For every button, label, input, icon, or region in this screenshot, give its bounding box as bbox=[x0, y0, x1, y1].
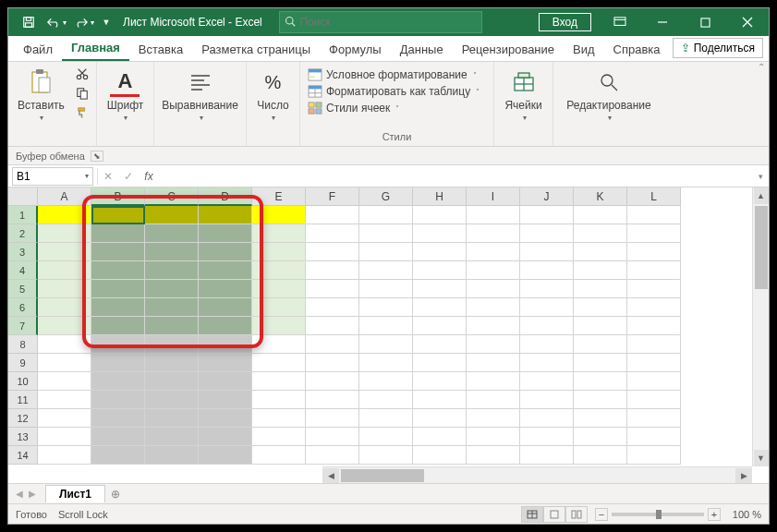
cell-I10[interactable] bbox=[467, 372, 520, 391]
zoom-slider[interactable] bbox=[612, 513, 704, 516]
column-header-G[interactable]: G bbox=[359, 187, 413, 206]
cell-G4[interactable] bbox=[359, 261, 413, 280]
cell-G6[interactable] bbox=[359, 298, 413, 317]
cell-D1[interactable] bbox=[199, 206, 252, 224]
number-group-button[interactable]: % Число ▾ bbox=[253, 66, 293, 124]
cell-E14[interactable] bbox=[252, 446, 306, 465]
cell-F13[interactable] bbox=[306, 428, 359, 446]
cell-E2[interactable] bbox=[252, 224, 306, 243]
conditional-formatting-button[interactable]: Условное форматирование˅ bbox=[306, 67, 481, 82]
cell-C9[interactable] bbox=[145, 354, 199, 372]
cell-C6[interactable] bbox=[145, 298, 199, 317]
tab-home[interactable]: Главная bbox=[62, 36, 129, 61]
cell-F5[interactable] bbox=[306, 280, 359, 298]
cell-A1[interactable] bbox=[38, 206, 91, 224]
cell-A9[interactable] bbox=[38, 354, 91, 372]
scroll-up-button[interactable]: ▲ bbox=[754, 187, 769, 204]
cell-K5[interactable] bbox=[574, 280, 627, 298]
cell-A6[interactable] bbox=[38, 298, 91, 317]
cell-H12[interactable] bbox=[413, 409, 467, 428]
cell-L13[interactable] bbox=[627, 428, 681, 446]
cell-D8[interactable] bbox=[199, 335, 252, 354]
cell-J9[interactable] bbox=[520, 354, 574, 372]
row-header-11[interactable]: 11 bbox=[8, 391, 38, 409]
cell-H13[interactable] bbox=[413, 428, 467, 446]
cell-D2[interactable] bbox=[199, 224, 252, 243]
cell-J8[interactable] bbox=[520, 335, 574, 354]
cell-L3[interactable] bbox=[627, 243, 681, 261]
row-header-13[interactable]: 13 bbox=[8, 428, 38, 446]
cell-J1[interactable] bbox=[520, 206, 574, 224]
cell-D13[interactable] bbox=[199, 428, 252, 446]
cell-E5[interactable] bbox=[252, 280, 306, 298]
cell-E3[interactable] bbox=[252, 243, 306, 261]
font-group-button[interactable]: A Шрифт ▾ bbox=[103, 66, 147, 124]
cell-G2[interactable] bbox=[359, 224, 413, 243]
column-header-L[interactable]: L bbox=[627, 187, 681, 206]
zoom-out-button[interactable]: − bbox=[595, 508, 608, 521]
cell-A11[interactable] bbox=[38, 391, 91, 409]
format-as-table-button[interactable]: Форматировать как таблицу˅ bbox=[306, 84, 481, 99]
cell-B14[interactable] bbox=[91, 446, 145, 465]
cell-E6[interactable] bbox=[252, 298, 306, 317]
row-header-12[interactable]: 12 bbox=[8, 409, 38, 428]
login-button[interactable]: Вход bbox=[539, 13, 591, 31]
cell-D11[interactable] bbox=[199, 391, 252, 409]
save-icon[interactable] bbox=[16, 10, 42, 34]
enter-formula-button[interactable]: ✓ bbox=[118, 170, 139, 183]
cell-B4[interactable] bbox=[91, 261, 145, 280]
cell-D14[interactable] bbox=[199, 446, 252, 465]
cell-F10[interactable] bbox=[306, 372, 359, 391]
sheet-nav-next[interactable]: ▶ bbox=[29, 489, 36, 499]
format-painter-button[interactable] bbox=[74, 104, 91, 121]
qat-customize-button[interactable]: ▼ bbox=[99, 10, 114, 34]
editing-group-button[interactable]: Редактирование ▾ bbox=[563, 66, 654, 124]
vertical-scrollbar[interactable]: ▲ ▼ bbox=[752, 187, 769, 466]
sheet-tab-1[interactable]: Лист1 bbox=[45, 485, 105, 502]
tab-help[interactable]: Справка bbox=[604, 38, 670, 61]
maximize-button[interactable] bbox=[684, 8, 726, 36]
cell-H6[interactable] bbox=[413, 298, 467, 317]
cell-F9[interactable] bbox=[306, 354, 359, 372]
tab-data[interactable]: Данные bbox=[391, 38, 453, 61]
cell-J5[interactable] bbox=[520, 280, 574, 298]
row-header-4[interactable]: 4 bbox=[8, 261, 38, 280]
cell-H2[interactable] bbox=[413, 224, 467, 243]
cell-B13[interactable] bbox=[91, 428, 145, 446]
cell-E7[interactable] bbox=[252, 317, 306, 335]
cell-E13[interactable] bbox=[252, 428, 306, 446]
cell-E1[interactable] bbox=[252, 206, 306, 224]
cell-D9[interactable] bbox=[199, 354, 252, 372]
row-header-5[interactable]: 5 bbox=[8, 280, 38, 298]
cell-A3[interactable] bbox=[38, 243, 91, 261]
cell-J12[interactable] bbox=[520, 409, 574, 428]
scroll-down-button[interactable]: ▼ bbox=[754, 450, 769, 466]
expand-formula-bar-button[interactable]: ▾ bbox=[752, 172, 769, 181]
row-header-2[interactable]: 2 bbox=[8, 224, 38, 243]
cell-A5[interactable] bbox=[38, 280, 91, 298]
tab-insert[interactable]: Вставка bbox=[129, 38, 192, 61]
cell-C14[interactable] bbox=[145, 446, 199, 465]
cell-A13[interactable] bbox=[38, 428, 91, 446]
cell-L14[interactable] bbox=[627, 446, 681, 465]
cell-C12[interactable] bbox=[145, 409, 199, 428]
cell-B7[interactable] bbox=[91, 317, 145, 335]
cell-L1[interactable] bbox=[627, 206, 681, 224]
cell-styles-button[interactable]: Стили ячеек˅ bbox=[306, 101, 481, 115]
cell-L8[interactable] bbox=[627, 335, 681, 354]
vscroll-thumb[interactable] bbox=[755, 206, 768, 289]
cell-I5[interactable] bbox=[467, 280, 520, 298]
tab-file[interactable]: Файл bbox=[14, 38, 62, 61]
column-header-A[interactable]: A bbox=[38, 187, 91, 206]
cell-B5[interactable] bbox=[91, 280, 145, 298]
cell-D5[interactable] bbox=[199, 280, 252, 298]
cell-F2[interactable] bbox=[306, 224, 359, 243]
formula-input[interactable] bbox=[159, 167, 752, 186]
cell-A14[interactable] bbox=[38, 446, 91, 465]
cell-L6[interactable] bbox=[627, 298, 681, 317]
cell-F8[interactable] bbox=[306, 335, 359, 354]
cell-J4[interactable] bbox=[520, 261, 574, 280]
cell-K10[interactable] bbox=[574, 372, 627, 391]
cell-I7[interactable] bbox=[467, 317, 520, 335]
cell-C10[interactable] bbox=[145, 372, 199, 391]
